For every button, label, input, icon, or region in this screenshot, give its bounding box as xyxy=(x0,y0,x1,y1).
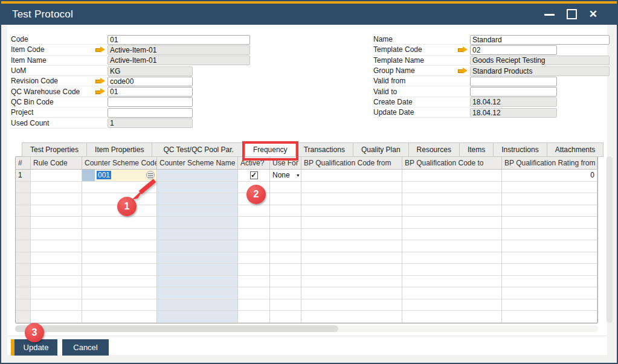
col-bp-qualification-code-to[interactable]: BP Qualification Code to xyxy=(402,157,502,170)
counter-scheme-code-cell[interactable] xyxy=(82,240,157,252)
bp-rating-from-cell[interactable]: 0 xyxy=(502,170,597,182)
horizontal-scrollbar[interactable] xyxy=(15,325,598,332)
active-cell[interactable] xyxy=(238,240,270,252)
bp-code-from-cell[interactable] xyxy=(301,287,402,299)
template-code-input[interactable]: 02 xyxy=(470,45,557,55)
col-use-for[interactable]: Use For xyxy=(270,157,301,170)
bp-code-from-cell[interactable] xyxy=(301,311,402,323)
link-arrow-icon[interactable] xyxy=(458,68,468,74)
col-rule-code[interactable]: Rule Code xyxy=(31,157,82,170)
active-cell[interactable] xyxy=(238,229,270,241)
link-arrow-icon[interactable] xyxy=(95,88,105,95)
tab-resources[interactable]: Resources xyxy=(408,142,459,157)
use-for-cell[interactable] xyxy=(270,193,301,205)
bp-rating-from-cell[interactable] xyxy=(502,299,597,311)
titlebar[interactable]: Test Protocol ✕ xyxy=(0,4,618,25)
bp-code-to-cell[interactable] xyxy=(402,182,502,194)
rule-code-cell[interactable] xyxy=(31,311,82,323)
row-number-cell[interactable] xyxy=(16,264,31,276)
active-cell[interactable] xyxy=(238,276,270,288)
active-cell[interactable] xyxy=(238,287,270,299)
bp-code-from-cell[interactable] xyxy=(301,193,402,205)
bp-code-from-cell[interactable] xyxy=(301,299,402,311)
rule-code-cell[interactable] xyxy=(31,252,82,264)
tab-quality-plan[interactable]: Quality Plan xyxy=(353,142,408,157)
bp-code-to-cell[interactable] xyxy=(402,299,502,311)
col-counter-scheme-code[interactable]: Counter Scheme Code xyxy=(82,157,157,170)
bp-code-to-cell[interactable] xyxy=(402,229,502,241)
minimize-icon[interactable] xyxy=(544,14,555,16)
active-cell[interactable] xyxy=(238,252,270,264)
active-cell[interactable] xyxy=(238,205,270,217)
use-for-cell[interactable] xyxy=(270,264,301,276)
active-cell[interactable] xyxy=(238,217,270,229)
row-number-cell[interactable] xyxy=(16,217,31,229)
use-for-cell[interactable] xyxy=(270,205,301,217)
bp-code-to-cell[interactable] xyxy=(402,252,502,264)
maximize-icon[interactable] xyxy=(567,9,577,19)
col-bp-qualification-code-from[interactable]: BP Qualification Code from xyxy=(301,157,402,170)
tab-test-properties[interactable]: Test Properties xyxy=(22,142,86,157)
row-number-cell[interactable] xyxy=(16,229,31,241)
counter-scheme-code-cell[interactable] xyxy=(82,229,157,241)
counter-scheme-code-cell[interactable] xyxy=(82,264,157,276)
row-number-cell[interactable] xyxy=(16,252,31,264)
name-input[interactable]: Standard xyxy=(470,35,610,45)
close-icon[interactable]: ✕ xyxy=(589,9,597,19)
bp-code-from-cell[interactable] xyxy=(301,240,402,252)
rule-code-cell[interactable] xyxy=(31,276,82,288)
bp-code-to-cell[interactable] xyxy=(402,264,502,276)
bp-rating-from-cell[interactable] xyxy=(502,205,597,217)
counter-scheme-code-value[interactable]: 001 xyxy=(97,171,111,179)
bp-code-to-cell[interactable] xyxy=(402,276,502,288)
use-for-cell[interactable]: None ▼ xyxy=(270,170,301,182)
row-number-cell[interactable] xyxy=(16,182,31,194)
rule-code-cell[interactable] xyxy=(31,205,82,217)
bp-code-from-cell[interactable] xyxy=(301,264,402,276)
bp-code-to-cell[interactable] xyxy=(402,170,502,182)
bp-code-from-cell[interactable] xyxy=(301,252,402,264)
link-arrow-icon[interactable] xyxy=(458,46,468,53)
row-number-cell[interactable] xyxy=(16,299,31,311)
bp-rating-from-cell[interactable] xyxy=(502,229,597,241)
tab-instructions[interactable]: Instructions xyxy=(493,142,546,157)
bp-code-to-cell[interactable] xyxy=(402,193,502,205)
link-arrow-icon[interactable] xyxy=(95,46,105,53)
vertical-scrollbar[interactable] xyxy=(607,156,613,323)
use-for-cell[interactable] xyxy=(270,182,301,194)
vertical-scrollbar-thumb[interactable] xyxy=(607,156,613,323)
rule-code-cell[interactable] xyxy=(31,299,82,311)
use-for-cell[interactable] xyxy=(270,311,301,323)
use-for-cell[interactable] xyxy=(270,299,301,311)
rule-code-cell[interactable] xyxy=(31,229,82,241)
tab-attachments[interactable]: Attachments xyxy=(547,142,604,157)
counter-scheme-code-cell[interactable] xyxy=(82,276,157,288)
tab-item-properties[interactable]: Item Properties xyxy=(86,142,152,157)
rule-code-cell[interactable] xyxy=(31,217,82,229)
bp-code-to-cell[interactable] xyxy=(402,240,502,252)
row-number-cell[interactable]: 1 xyxy=(16,170,31,182)
bp-rating-from-cell[interactable] xyxy=(502,182,597,194)
rule-code-cell[interactable] xyxy=(31,240,82,252)
code-input[interactable]: 01 xyxy=(108,35,250,45)
bp-rating-from-cell[interactable] xyxy=(502,311,597,323)
bp-code-from-cell[interactable] xyxy=(301,205,402,217)
active-cell[interactable] xyxy=(238,299,270,311)
active-cell[interactable] xyxy=(238,264,270,276)
rule-code-cell[interactable] xyxy=(31,287,82,299)
rule-code-cell[interactable] xyxy=(31,264,82,276)
bp-code-to-cell[interactable] xyxy=(402,217,502,229)
counter-scheme-code-cell[interactable] xyxy=(82,311,157,323)
row-number-cell[interactable] xyxy=(16,287,31,299)
use-for-cell[interactable] xyxy=(270,217,301,229)
bp-rating-from-cell[interactable] xyxy=(502,252,597,264)
valid-from-input[interactable] xyxy=(470,77,557,86)
project-input[interactable] xyxy=(108,108,193,118)
link-arrow-icon[interactable] xyxy=(95,78,105,85)
use-for-cell[interactable] xyxy=(270,240,301,252)
bp-code-from-cell[interactable] xyxy=(301,182,402,194)
tab-transactions[interactable]: Transactions xyxy=(295,142,353,157)
horizontal-scrollbar-thumb[interactable] xyxy=(15,325,338,332)
col-active[interactable]: Active? xyxy=(238,157,270,170)
bp-code-from-cell[interactable] xyxy=(301,217,402,229)
